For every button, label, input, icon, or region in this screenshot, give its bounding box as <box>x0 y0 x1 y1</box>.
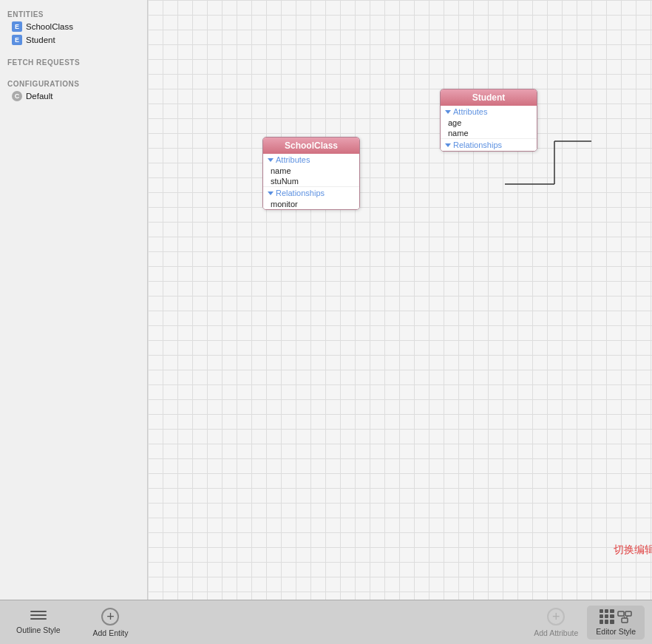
entity-student-attributes-label[interactable]: Attributes <box>441 106 537 118</box>
add-attribute-icon: + <box>547 608 565 626</box>
sidebar: ENTITIES E SchoolClass E Student FETCH R… <box>0 0 148 600</box>
editor-style-button[interactable]: Editor Style <box>587 606 645 640</box>
editor-style-icon <box>600 609 633 624</box>
entity-schoolclass-relationships-text: Relationships <box>276 189 325 197</box>
add-entity-label: Add Entity <box>93 628 129 637</box>
entity-student-relationships-label[interactable]: Relationships <box>441 138 537 151</box>
config-icon-default: C <box>12 91 22 101</box>
entity-icon-student: E <box>12 35 22 45</box>
sidebar-label-student: Student <box>26 35 55 44</box>
sidebar-item-student[interactable]: E Student <box>0 33 147 47</box>
triangle-icon-student-attrs <box>445 110 451 114</box>
entity-card-schoolclass-header: SchoolClass <box>263 138 359 154</box>
entity-student-field-age: age <box>441 118 537 128</box>
sidebar-label-schoolclass: SchoolClass <box>26 22 73 31</box>
diagram-icon <box>617 610 633 623</box>
add-entity-button[interactable]: + Add Entity <box>84 604 137 641</box>
connector-svg <box>148 0 652 600</box>
entity-card-schoolclass-body: Attributes name stuNum Relationships mon… <box>263 154 359 209</box>
svg-rect-5 <box>618 611 624 616</box>
entity-card-student[interactable]: Student Attributes age name Relationship… <box>440 89 537 152</box>
entity-card-schoolclass-title: SchoolClass <box>285 140 338 151</box>
sidebar-section-entities: ENTITIES <box>0 6 147 20</box>
entity-card-student-header: Student <box>441 89 537 106</box>
triangle-icon-schoolclass-attrs <box>268 158 274 162</box>
outline-style-label: Outline Style <box>16 626 61 634</box>
editor-style-label: Editor Style <box>596 627 636 636</box>
sidebar-section-configurations: CONFIGURATIONS <box>0 75 147 89</box>
entity-student-field-name: name <box>441 128 537 138</box>
add-attribute-button[interactable]: + Add Attribute <box>525 604 587 641</box>
canvas[interactable]: SchoolClass Attributes name stuNum Relat… <box>148 0 652 600</box>
sidebar-label-default: Default <box>26 92 52 101</box>
toolbar-left: Outline Style + Add Entity <box>7 604 137 641</box>
sidebar-item-default[interactable]: C Default <box>0 89 147 103</box>
entity-schoolclass-field-stunum: stuNum <box>263 176 359 186</box>
entity-card-student-body: Attributes age name Relationships <box>441 106 537 151</box>
entity-schoolclass-field-monitor: monitor <box>263 199 359 209</box>
entity-student-attributes-text: Attributes <box>453 107 487 116</box>
entity-card-schoolclass[interactable]: SchoolClass Attributes name stuNum Relat… <box>262 137 360 210</box>
svg-rect-7 <box>622 618 628 623</box>
outline-style-icon <box>30 611 47 623</box>
entity-icon-schoolclass: E <box>12 21 22 32</box>
toolbar: Outline Style + Add Entity + Add Attribu… <box>0 600 652 644</box>
add-entity-icon: + <box>101 608 119 626</box>
sidebar-section-fetch-requests: FETCH REQUESTS <box>0 54 147 68</box>
entity-student-relationships-text: Relationships <box>453 140 502 149</box>
entity-schoolclass-attributes-text: Attributes <box>276 155 310 164</box>
sidebar-item-schoolclass[interactable]: E SchoolClass <box>0 20 147 33</box>
toolbar-right: + Add Attribute <box>525 604 645 641</box>
triangle-icon-student-rels <box>445 143 451 147</box>
annotation-arrow-svg <box>591 547 652 600</box>
annotation-text: 切换编辑风格 <box>614 543 652 557</box>
grid-icon <box>600 609 614 624</box>
svg-rect-6 <box>625 611 631 616</box>
add-attribute-label: Add Attribute <box>534 628 578 637</box>
entity-schoolclass-relationships-label[interactable]: Relationships <box>263 186 359 199</box>
entity-schoolclass-attributes-label[interactable]: Attributes <box>263 154 359 166</box>
outline-style-button[interactable]: Outline Style <box>7 607 69 638</box>
app-container: ENTITIES E SchoolClass E Student FETCH R… <box>0 0 652 600</box>
entity-card-student-title: Student <box>472 92 506 103</box>
triangle-icon-schoolclass-rels <box>268 191 274 195</box>
entity-schoolclass-field-name: name <box>263 166 359 176</box>
